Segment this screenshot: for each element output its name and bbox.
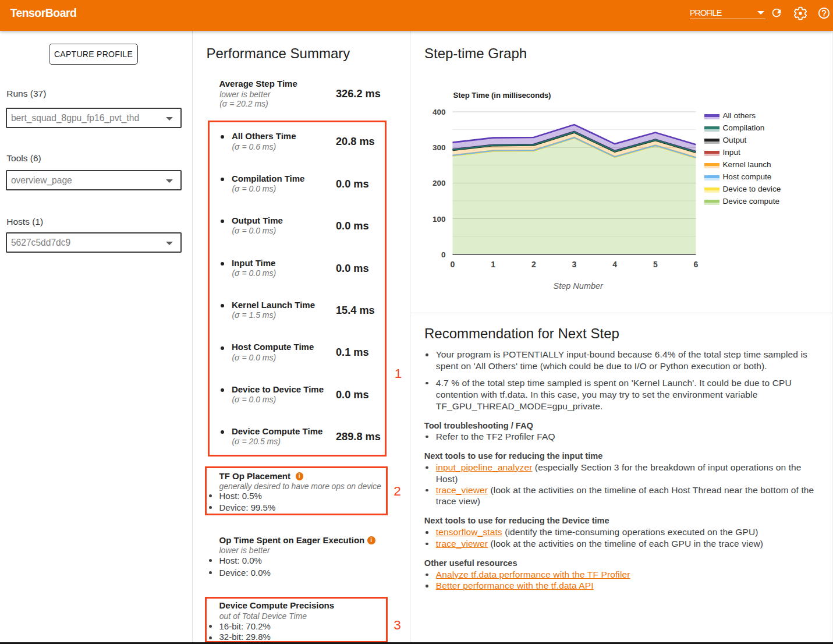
svg-text:400: 400 bbox=[433, 108, 446, 116]
svg-text:2: 2 bbox=[531, 259, 536, 268]
svg-text:0: 0 bbox=[441, 250, 446, 259]
svg-text:3: 3 bbox=[572, 259, 577, 268]
svg-text:300: 300 bbox=[433, 143, 446, 152]
svg-text:1: 1 bbox=[491, 259, 495, 268]
svg-text:6: 6 bbox=[694, 259, 699, 268]
svg-text:5: 5 bbox=[653, 259, 658, 268]
svg-text:200: 200 bbox=[433, 179, 446, 187]
svg-text:0: 0 bbox=[451, 259, 455, 268]
svg-text:4: 4 bbox=[612, 259, 617, 268]
svg-text:100: 100 bbox=[433, 214, 446, 223]
